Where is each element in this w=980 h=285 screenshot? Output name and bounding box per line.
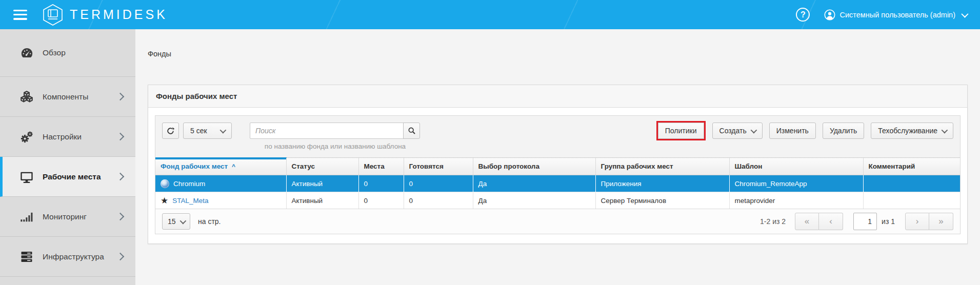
sidebar-item-label: Обзор bbox=[43, 48, 66, 57]
search-input[interactable] bbox=[250, 123, 404, 139]
sidebar-item-overview[interactable]: Обзор bbox=[0, 29, 135, 77]
breadcrumb: Фонды bbox=[148, 29, 968, 58]
cell-comment bbox=[863, 192, 960, 209]
total-pages-label: из 1 bbox=[882, 217, 895, 226]
user-avatar-icon bbox=[824, 9, 835, 21]
infrastructure-server-icon bbox=[18, 250, 35, 264]
column-header-fund[interactable]: Фонд рабочих мест^ bbox=[155, 158, 286, 175]
fund-link[interactable]: Chromium bbox=[173, 180, 205, 188]
create-button[interactable]: Создать bbox=[712, 123, 763, 139]
maintenance-button[interactable]: Техобслуживание bbox=[871, 123, 953, 139]
cell-template: Chromium_RemoteApp bbox=[729, 175, 863, 192]
chevron-right-icon bbox=[116, 213, 125, 221]
refresh-interval-select[interactable]: 5 сек bbox=[183, 123, 232, 139]
dashboard-icon bbox=[18, 46, 35, 60]
help-icon[interactable]: ? bbox=[796, 8, 810, 22]
sidebar-item-workplaces[interactable]: Рабочие места bbox=[0, 157, 135, 197]
cell-template: metaprovider bbox=[729, 192, 863, 209]
fund-link[interactable]: STAL_Meta bbox=[172, 197, 208, 205]
user-menu[interactable]: Системный пользователь (admin) bbox=[824, 9, 967, 21]
refresh-interval-value: 5 сек bbox=[190, 127, 207, 135]
search-button[interactable] bbox=[403, 123, 420, 139]
sidebar-item-label: Настройки bbox=[43, 132, 82, 141]
brand-name: TERMIDESK bbox=[70, 7, 168, 22]
refresh-icon bbox=[166, 127, 175, 135]
cell-protocol: Да bbox=[473, 192, 595, 209]
column-header-seats[interactable]: Места bbox=[358, 158, 404, 175]
delete-button[interactable]: Удалить bbox=[823, 123, 864, 139]
sidebar-item-label: Инфраструктура bbox=[43, 252, 104, 261]
grid-toolbar: 5 сек bbox=[155, 116, 960, 157]
chevron-right-icon bbox=[116, 253, 125, 261]
column-header-template[interactable]: Шаблон bbox=[729, 158, 863, 175]
sidebar-item-components[interactable]: Компоненты bbox=[0, 77, 135, 117]
sidebar-item-settings[interactable]: Настройки bbox=[0, 117, 135, 157]
cell-status: Активный bbox=[286, 192, 358, 209]
chevron-right-icon bbox=[116, 133, 125, 141]
termidesk-hexagon-logo-icon bbox=[43, 4, 63, 26]
cell-preparing: 0 bbox=[404, 192, 473, 209]
page-size-value: 15 bbox=[168, 217, 176, 226]
funds-panel: Фонды рабочих мест 5 сек bbox=[148, 85, 968, 244]
cell-seats: 0 bbox=[358, 175, 404, 192]
components-cubes-icon bbox=[18, 90, 35, 104]
cell-seats: 0 bbox=[358, 192, 404, 209]
chevron-right-icon bbox=[116, 93, 125, 101]
settings-gears-icon bbox=[18, 130, 35, 144]
cell-comment bbox=[863, 175, 960, 192]
sidebar-item-label: Рабочие места bbox=[43, 172, 101, 181]
table-row-chromium[interactable]: Chromium Активный 0 0 Да Приложения Chro… bbox=[155, 175, 960, 192]
prev-page-button[interactable]: ‹ bbox=[819, 213, 843, 230]
column-header-comment[interactable]: Комментарий bbox=[863, 158, 960, 175]
chevron-down-icon bbox=[961, 10, 968, 17]
topbar-right-group: ? Системный пользователь (admin) bbox=[796, 8, 967, 22]
funds-table: Фонд рабочих мест^ Статус Места Готовятс… bbox=[155, 157, 960, 209]
sidebar-item-label: Мониторинг bbox=[43, 212, 87, 221]
panel-title: Фонды рабочих мест bbox=[148, 85, 967, 108]
top-header-bar: TERMIDESK ? Системный пользователь (admi… bbox=[0, 0, 980, 29]
main-content: Фонды Фонды рабочих мест bbox=[135, 29, 980, 285]
column-header-protocol[interactable]: Выбор протокола bbox=[473, 158, 595, 175]
star-icon: ★ bbox=[161, 196, 168, 205]
create-button-label: Создать bbox=[719, 127, 747, 135]
rows-range-label: 1-2 из 2 bbox=[760, 217, 786, 226]
cell-protocol: Да bbox=[473, 175, 595, 192]
menu-hamburger-icon[interactable] bbox=[13, 10, 27, 20]
column-label: Фонд рабочих мест bbox=[161, 162, 228, 170]
search-icon bbox=[408, 127, 416, 135]
user-name-label: Системный пользователь (admin) bbox=[839, 11, 955, 19]
column-header-status[interactable]: Статус bbox=[286, 158, 358, 175]
chevron-right-icon bbox=[116, 173, 125, 181]
refresh-button[interactable] bbox=[162, 123, 179, 139]
edit-button[interactable]: Изменить bbox=[769, 123, 816, 139]
policies-button[interactable]: Политики bbox=[658, 123, 704, 139]
funds-grid-container: 5 сек bbox=[155, 115, 961, 234]
cell-group: Сервер Терминалов bbox=[595, 192, 729, 209]
chevron-down-icon bbox=[750, 127, 757, 133]
workplaces-monitor-icon bbox=[18, 170, 35, 184]
table-row-stal-meta[interactable]: ★ STAL_Meta Активный 0 0 Да Сервер Терми… bbox=[155, 192, 960, 209]
first-page-button[interactable]: « bbox=[795, 213, 819, 230]
chevron-down-icon bbox=[942, 127, 948, 133]
policies-highlight-box: Политики bbox=[656, 121, 706, 140]
table-header-row: Фонд рабочих мест^ Статус Места Готовятс… bbox=[155, 158, 960, 175]
next-page-button[interactable]: › bbox=[905, 213, 929, 230]
monitoring-bars-icon bbox=[18, 210, 35, 224]
current-page-input[interactable] bbox=[853, 213, 877, 230]
per-page-label: на стр. bbox=[198, 217, 221, 226]
sidebar-item-monitoring[interactable]: Мониторинг bbox=[0, 197, 135, 237]
search-hint: по названию фонда или названию шаблона bbox=[250, 142, 421, 150]
column-header-group[interactable]: Группа рабочих мест bbox=[595, 158, 729, 175]
chromium-logo-icon bbox=[161, 179, 169, 188]
page-size-select[interactable]: 15 bbox=[162, 213, 190, 230]
chevron-down-icon bbox=[180, 217, 187, 224]
cell-group: Приложения bbox=[595, 175, 729, 192]
cell-preparing: 0 bbox=[404, 175, 473, 192]
grid-footer: 15 на стр. 1-2 из 2 « ‹ из 1 bbox=[155, 209, 960, 234]
sidebar-nav: Обзор Компоненты bbox=[0, 29, 135, 285]
column-header-preparing[interactable]: Готовятся bbox=[404, 158, 473, 175]
last-page-button[interactable]: » bbox=[929, 213, 953, 230]
sidebar-item-infrastructure[interactable]: Инфраструктура bbox=[0, 237, 135, 277]
cell-status: Активный bbox=[286, 175, 358, 192]
sidebar-item-label: Компоненты bbox=[43, 92, 88, 101]
